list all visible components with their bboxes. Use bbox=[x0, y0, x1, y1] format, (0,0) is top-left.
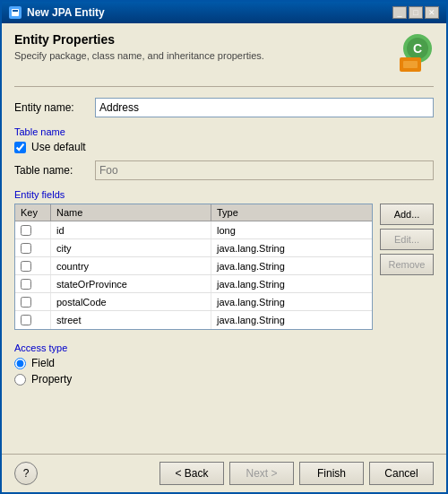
add-button[interactable]: Add... bbox=[380, 204, 434, 225]
content-area: Entity Properties Specify package, class… bbox=[2, 23, 446, 454]
cell-type: java.lang.String bbox=[211, 293, 372, 310]
table-row[interactable]: street java.lang.String bbox=[15, 311, 372, 329]
cell-name: stateOrProvince bbox=[51, 275, 211, 292]
bottom-right-buttons: < Back Next > Finish Cancel bbox=[159, 462, 434, 485]
cell-name: street bbox=[51, 311, 211, 329]
entity-name-row: Entity name: bbox=[14, 98, 434, 117]
table-row[interactable]: country java.lang.String bbox=[15, 257, 372, 275]
cell-key bbox=[15, 221, 51, 238]
table-with-buttons: Key Name Type id long bbox=[14, 204, 434, 330]
cell-type: java.lang.String bbox=[211, 257, 372, 274]
cell-name: id bbox=[51, 221, 211, 238]
remove-button[interactable]: Remove bbox=[380, 254, 434, 275]
table-row[interactable]: id long bbox=[15, 221, 372, 239]
header-divider bbox=[14, 86, 434, 87]
cell-name: country bbox=[51, 257, 211, 274]
dialog-window: New JPA Entity _ □ ✕ Entity Properties S… bbox=[0, 0, 448, 494]
svg-rect-6 bbox=[403, 61, 418, 68]
cell-name: postalCode bbox=[51, 293, 211, 310]
row-key-checkbox[interactable] bbox=[21, 261, 31, 272]
cell-key bbox=[15, 257, 51, 274]
cell-type: java.lang.String bbox=[211, 275, 372, 292]
close-button[interactable]: ✕ bbox=[425, 6, 439, 19]
bottom-bar: ? < Back Next > Finish Cancel bbox=[2, 454, 446, 492]
cell-key bbox=[15, 311, 51, 329]
row-key-checkbox[interactable] bbox=[21, 225, 31, 236]
title-bar-left: New JPA Entity bbox=[9, 6, 105, 19]
cell-key bbox=[15, 275, 51, 292]
edit-button[interactable]: Edit... bbox=[380, 229, 434, 250]
svg-text:C: C bbox=[413, 41, 422, 56]
row-key-checkbox[interactable] bbox=[21, 297, 31, 308]
title-bar: New JPA Entity _ □ ✕ bbox=[2, 2, 446, 23]
table-row[interactable]: postalCode java.lang.String bbox=[15, 293, 372, 311]
entity-fields-section: Entity fields Key Name Type id long bbox=[14, 189, 434, 330]
radio-field-row: Field bbox=[14, 357, 434, 369]
minimize-button[interactable]: _ bbox=[392, 6, 407, 19]
logo-icon: C bbox=[391, 32, 434, 75]
row-key-checkbox[interactable] bbox=[21, 279, 31, 290]
cell-type: long bbox=[211, 221, 372, 238]
use-default-checkbox[interactable] bbox=[14, 142, 26, 153]
help-button[interactable]: ? bbox=[14, 462, 38, 485]
header-section: Entity Properties Specify package, class… bbox=[14, 32, 434, 75]
table-row[interactable]: stateOrProvince java.lang.String bbox=[15, 275, 372, 293]
row-key-checkbox[interactable] bbox=[21, 315, 31, 325]
entity-fields-label: Entity fields bbox=[14, 189, 434, 200]
window-controls: _ □ ✕ bbox=[392, 6, 439, 19]
entity-name-input[interactable] bbox=[95, 98, 434, 117]
col-name: Name bbox=[51, 204, 211, 221]
cell-name: city bbox=[51, 239, 211, 256]
table-name-section: Table name Use default Table name: bbox=[14, 126, 434, 189]
maximize-button[interactable]: □ bbox=[409, 6, 423, 19]
radio-property[interactable] bbox=[14, 374, 26, 386]
page-title: Entity Properties bbox=[14, 32, 264, 47]
use-default-label: Use default bbox=[31, 141, 86, 153]
radio-field[interactable] bbox=[14, 358, 26, 369]
fields-table: Key Name Type id long bbox=[14, 204, 373, 330]
cell-key bbox=[15, 239, 51, 256]
cancel-button[interactable]: Cancel bbox=[369, 462, 434, 485]
header-text: Entity Properties Specify package, class… bbox=[14, 32, 264, 61]
back-button[interactable]: < Back bbox=[159, 462, 224, 485]
access-type-section: Access type Field Property bbox=[14, 342, 434, 389]
window-icon bbox=[9, 6, 22, 19]
cell-type: java.lang.String bbox=[211, 239, 372, 256]
radio-property-row: Property bbox=[14, 373, 434, 386]
svg-rect-1 bbox=[13, 10, 18, 12]
page-subtitle: Specify package, class name, and inherit… bbox=[14, 50, 264, 61]
row-key-checkbox[interactable] bbox=[21, 243, 31, 254]
table-name-row: Table name: bbox=[14, 160, 434, 180]
cell-key bbox=[15, 293, 51, 310]
next-button[interactable]: Next > bbox=[229, 462, 294, 485]
table-header: Key Name Type bbox=[15, 204, 372, 221]
spacer bbox=[14, 398, 434, 445]
use-default-row: Use default bbox=[14, 141, 434, 153]
cell-type: java.lang.String bbox=[211, 311, 372, 329]
access-type-label: Access type bbox=[14, 342, 434, 353]
table-name-section-label: Table name bbox=[14, 126, 434, 137]
table-name-input[interactable] bbox=[95, 160, 434, 180]
table-row[interactable]: city java.lang.String bbox=[15, 239, 372, 257]
window-title: New JPA Entity bbox=[27, 6, 105, 19]
side-buttons: Add... Edit... Remove bbox=[380, 204, 434, 275]
col-type: Type bbox=[211, 204, 372, 221]
entity-name-label: Entity name: bbox=[14, 101, 95, 114]
table-body: id long city java.lang.String countr bbox=[15, 221, 372, 329]
finish-button[interactable]: Finish bbox=[299, 462, 364, 485]
radio-property-label: Property bbox=[31, 373, 72, 386]
radio-field-label: Field bbox=[31, 357, 55, 369]
table-name-label: Table name: bbox=[14, 164, 95, 177]
col-key: Key bbox=[15, 204, 51, 221]
